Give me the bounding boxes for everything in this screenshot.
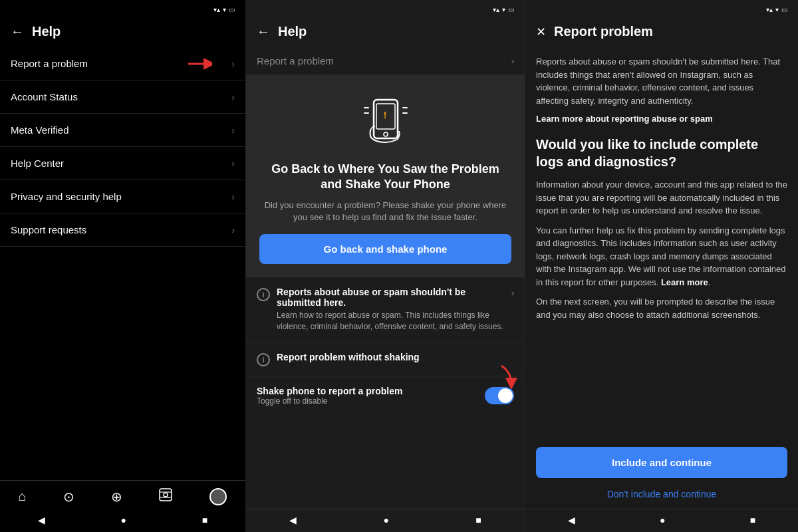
shake-subtitle: Did you encounter a problem? Please shak… bbox=[259, 200, 511, 223]
chevron-icon: › bbox=[231, 125, 235, 136]
bottom-nav-1: ⌂ ⊙ ⊕ bbox=[0, 480, 245, 509]
home-sys-btn-2[interactable]: ● bbox=[384, 515, 389, 525]
back-sys-btn-2[interactable]: ◀ bbox=[289, 515, 297, 525]
back-sys-btn[interactable]: ◀ bbox=[38, 515, 45, 525]
report-chevron: › bbox=[511, 56, 514, 66]
signal-icon-3: ▾▴ bbox=[766, 6, 773, 13]
search-icon[interactable]: ⊙ bbox=[63, 489, 74, 505]
info-icon-1: i bbox=[257, 288, 270, 301]
sys-nav-3: ◀ ● ■ bbox=[525, 509, 798, 532]
menu-item-privacy[interactable]: Privacy and security help › bbox=[0, 180, 245, 213]
recents-sys-btn-2[interactable]: ■ bbox=[475, 515, 481, 525]
back-sys-btn-3[interactable]: ◀ bbox=[568, 515, 575, 525]
dont-include-button[interactable]: Don't include and continue bbox=[536, 485, 787, 503]
close-button[interactable]: ✕ bbox=[536, 25, 546, 39]
status-icons-2: ▾▴ ▾ ▭ bbox=[493, 6, 514, 13]
page-title-3: Report problem bbox=[554, 24, 653, 39]
page-title-2: Help bbox=[278, 24, 307, 39]
body-text-3: On the next screen, you will be prompted… bbox=[536, 295, 787, 321]
add-icon[interactable]: ⊕ bbox=[111, 489, 122, 505]
panel-diagnostics: ▾▴ ▾ ▭ ✕ Report problem Reports about ab… bbox=[525, 0, 798, 532]
home-sys-btn[interactable]: ● bbox=[121, 515, 126, 525]
page-title-1: Help bbox=[32, 24, 61, 39]
battery-icon: ▭ bbox=[229, 6, 235, 13]
report-problem-row[interactable]: Report a problem › bbox=[246, 47, 525, 75]
recents-sys-btn-3[interactable]: ■ bbox=[750, 515, 755, 525]
panel-help-menu: ▾▴ ▾ ▭ ← Help Report a problem › Account… bbox=[0, 0, 246, 532]
status-icons-1: ▾▴ ▾ ▭ bbox=[213, 6, 235, 13]
diagnostics-footer: Include and continue Don't include and c… bbox=[525, 439, 798, 509]
shake-title: Go Back to Where You Saw the Problem and… bbox=[259, 162, 511, 193]
chevron-icon: › bbox=[231, 59, 235, 69]
header-2: ← Help bbox=[246, 19, 525, 47]
warning-link[interactable]: Learn more about reporting abuse or spam bbox=[536, 114, 787, 124]
info-chevron-1: › bbox=[511, 288, 514, 298]
header-3: ✕ Report problem bbox=[525, 19, 798, 47]
recents-sys-btn[interactable]: ■ bbox=[202, 515, 207, 525]
svg-point-2 bbox=[164, 493, 168, 497]
battery-icon-2: ▭ bbox=[508, 6, 514, 13]
toggle-knob bbox=[498, 388, 513, 403]
phone-illustration: ! bbox=[356, 91, 416, 151]
abuse-info-row[interactable]: i Reports about abuse or spam shouldn't … bbox=[246, 277, 525, 342]
status-bar-1: ▾▴ ▾ ▭ bbox=[0, 0, 245, 19]
home-sys-btn-3[interactable]: ● bbox=[660, 515, 665, 525]
diagnostics-content: Reports about abuse or spam shouldn't be… bbox=[525, 47, 798, 439]
learn-more-link[interactable]: Learn more bbox=[661, 277, 708, 287]
status-icons-3: ▾▴ ▾ ▭ bbox=[766, 6, 787, 13]
shake-section: ! Go Back to Where You Saw the Problem a… bbox=[246, 75, 525, 277]
shake-button[interactable]: Go back and shake phone bbox=[259, 234, 511, 264]
report-problem-label: Report a problem bbox=[257, 55, 334, 66]
back-button-2[interactable]: ← bbox=[257, 24, 270, 39]
menu-list: Report a problem › Account Status › Meta… bbox=[0, 47, 245, 480]
report-without-shake-row[interactable]: i Report problem without shaking bbox=[246, 342, 525, 376]
abuse-info-text: Reports about abuse or spam shouldn't be… bbox=[277, 287, 506, 332]
profile-avatar[interactable] bbox=[209, 488, 227, 505]
header-1: ← Help bbox=[0, 19, 245, 47]
status-bar-2: ▾▴ ▾ ▭ bbox=[246, 0, 525, 19]
svg-point-8 bbox=[384, 132, 388, 136]
report-no-shake-text: Report problem without shaking bbox=[277, 352, 514, 364]
diagnostics-heading: Would you like to include complete logs … bbox=[536, 136, 787, 170]
home-icon[interactable]: ⌂ bbox=[18, 489, 26, 504]
sys-nav-2: ◀ ● ■ bbox=[246, 509, 525, 532]
chevron-icon: › bbox=[231, 225, 235, 235]
warning-text: Reports about abuse or spam shouldn't be… bbox=[536, 55, 787, 107]
reels-icon[interactable] bbox=[158, 487, 173, 505]
toggle-label: Shake phone to report a problem Toggle o… bbox=[257, 386, 402, 406]
panel-report-problem: ▾▴ ▾ ▭ ← Help Report a problem › ! bbox=[246, 0, 525, 532]
shake-toggle[interactable] bbox=[485, 387, 514, 404]
menu-item-meta-verified[interactable]: Meta Verified › bbox=[0, 114, 245, 147]
svg-rect-1 bbox=[160, 489, 172, 501]
menu-item-account-status[interactable]: Account Status › bbox=[0, 80, 245, 114]
red-arrow-annotation-2 bbox=[485, 362, 518, 389]
back-button-1[interactable]: ← bbox=[11, 24, 24, 39]
info-section: i Reports about abuse or spam shouldn't … bbox=[246, 277, 525, 509]
info-icon-2: i bbox=[257, 353, 270, 366]
sys-nav-1: ◀ ● ■ bbox=[0, 509, 245, 532]
menu-item-report[interactable]: Report a problem › bbox=[0, 47, 245, 80]
wifi-icon-3: ▾ bbox=[775, 6, 779, 13]
body-text-2: You can further help us fix this problem… bbox=[536, 224, 787, 289]
signal-icon: ▾▴ bbox=[213, 6, 220, 13]
include-continue-button[interactable]: Include and continue bbox=[536, 447, 787, 478]
body-text-1: Information about your device, account a… bbox=[536, 178, 787, 217]
menu-item-help-center[interactable]: Help Center › bbox=[0, 147, 245, 180]
chevron-icon: › bbox=[231, 92, 235, 102]
wifi-icon: ▾ bbox=[223, 6, 226, 13]
shake-toggle-row: Shake phone to report a problem Toggle o… bbox=[246, 376, 525, 415]
red-arrow-annotation bbox=[186, 54, 212, 74]
chevron-icon: › bbox=[231, 158, 235, 169]
status-bar-3: ▾▴ ▾ ▭ bbox=[525, 0, 798, 19]
signal-icon-2: ▾▴ bbox=[493, 6, 499, 13]
battery-icon-3: ▭ bbox=[781, 6, 787, 13]
chevron-icon: › bbox=[231, 192, 235, 202]
wifi-icon-2: ▾ bbox=[502, 6, 505, 13]
menu-item-support[interactable]: Support requests › bbox=[0, 213, 245, 247]
svg-text:!: ! bbox=[383, 110, 386, 120]
